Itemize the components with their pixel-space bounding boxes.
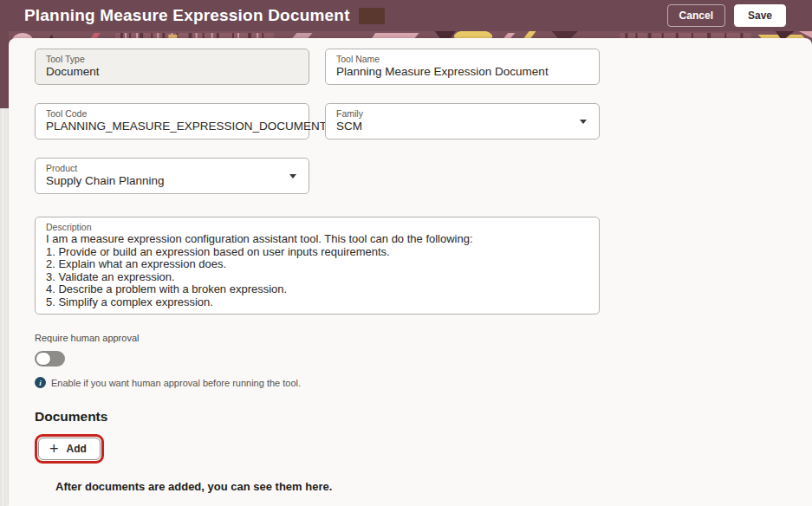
page-title: Planning Measure Expression Document	[24, 6, 350, 25]
product-label: Product	[46, 162, 298, 174]
product-select[interactable]: Product Supply Chain Planning	[35, 158, 309, 194]
documents-section-heading: Documents	[35, 409, 812, 425]
tool-name-label: Tool Name	[336, 53, 588, 65]
tool-type-value: Document	[46, 65, 298, 79]
tool-name-field[interactable]: Tool Name Planning Measure Expression Do…	[325, 49, 600, 85]
tool-code-label: Tool Code	[46, 107, 298, 120]
family-label: Family	[336, 107, 588, 120]
description-label: Description	[46, 221, 588, 233]
redacted-badge	[359, 8, 385, 24]
family-value: SCM	[336, 120, 588, 133]
tool-code-field[interactable]: Tool Code PLANNING_MEASURE_EXPRESSION_DO…	[35, 103, 309, 139]
info-icon: i	[35, 377, 46, 388]
description-value: I am a measure expression configuration …	[46, 233, 588, 308]
description-field[interactable]: Description I am a measure expression co…	[35, 217, 600, 315]
add-document-button[interactable]: + Add	[38, 438, 101, 460]
header-actions: Cancel Save	[667, 4, 786, 27]
approval-hint-row: i Enable if you want human approval befo…	[35, 377, 812, 388]
add-button-label: Add	[67, 443, 87, 455]
form-row-3: Product Supply Chain Planning	[35, 158, 812, 194]
annotation-highlight-box: + Add	[35, 434, 104, 464]
require-approval-label: Require human approval	[35, 333, 812, 343]
form-row-4: Description I am a measure expression co…	[35, 217, 812, 315]
documents-empty-message: After documents are added, you can see t…	[55, 480, 812, 493]
dropdown-caret-icon	[289, 174, 296, 178]
cancel-button[interactable]: Cancel	[667, 4, 725, 27]
plus-icon: +	[49, 443, 59, 455]
content-card: Tool Type Document Tool Name Planning Me…	[9, 38, 812, 506]
save-button[interactable]: Save	[734, 4, 786, 27]
approval-hint-text: Enable if you want human approval before…	[51, 378, 301, 388]
tool-code-value: PLANNING_MEASURE_EXPRESSION_DOCUMENT	[46, 120, 298, 133]
form-row-2: Tool Code PLANNING_MEASURE_EXPRESSION_DO…	[35, 103, 812, 139]
toggle-knob	[36, 352, 51, 366]
product-value: Supply Chain Planning	[46, 174, 298, 188]
tool-type-field: Tool Type Document	[35, 49, 309, 85]
tool-type-label: Tool Type	[46, 53, 298, 65]
family-select[interactable]: Family SCM	[325, 103, 600, 139]
dropdown-caret-icon	[580, 120, 587, 124]
tool-name-value: Planning Measure Expression Document	[336, 65, 588, 79]
header-bar: Planning Measure Expression Document Can…	[0, 0, 812, 31]
require-approval-toggle[interactable]	[35, 351, 65, 367]
form-row-1: Tool Type Document Tool Name Planning Me…	[35, 49, 812, 85]
